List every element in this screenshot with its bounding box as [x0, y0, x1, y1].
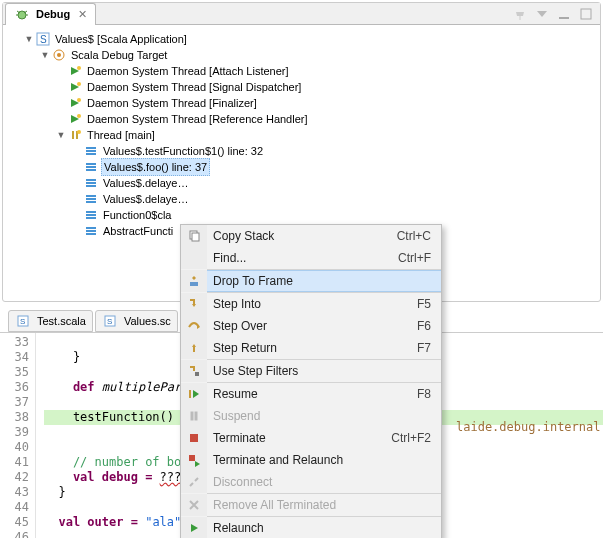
disconnect-icon: [181, 471, 207, 493]
stackframe-icon: [83, 143, 99, 159]
menu-item-copy-stack[interactable]: Copy Stack Ctrl+C: [181, 225, 441, 247]
svg-rect-35: [86, 230, 96, 232]
svg-rect-30: [86, 201, 96, 203]
code-line: // number of bot: [44, 455, 189, 469]
menu-item-terminate-relaunch[interactable]: Terminate and Relaunch: [181, 449, 441, 471]
svg-rect-49: [189, 455, 195, 461]
tree-item-thread[interactable]: ▼ Daemon System Thread [Attach Listener]: [7, 63, 596, 79]
thread-running-icon: [67, 79, 83, 95]
tree-item-application[interactable]: ▼ S Values$ [Scala Application]: [7, 31, 596, 47]
thread-running-icon: [67, 95, 83, 111]
svg-rect-33: [86, 217, 96, 219]
twisty-icon[interactable]: ▼: [23, 31, 35, 47]
twisty-icon: ▼: [55, 63, 67, 79]
svg-text:S: S: [20, 317, 25, 326]
tree-item-thread[interactable]: ▼ Daemon System Thread [Reference Handle…: [7, 111, 596, 127]
copy-icon: [181, 225, 207, 247]
svg-rect-31: [86, 211, 96, 213]
line-number: 46: [0, 530, 29, 538]
menu-label: Step Return: [207, 341, 417, 355]
relaunch-icon: [181, 517, 207, 538]
tree-label: Daemon System Thread [Reference Handler]: [85, 111, 310, 127]
pin-icon[interactable]: [512, 6, 528, 22]
thread-running-icon: [67, 63, 83, 79]
context-menu: Copy Stack Ctrl+C Find... Ctrl+F Drop To…: [180, 224, 442, 538]
menu-item-step-return[interactable]: Step Return F7: [181, 337, 441, 359]
svg-rect-29: [86, 198, 96, 200]
svg-rect-21: [86, 153, 96, 155]
twisty-icon: ▼: [71, 207, 83, 223]
gutter: 33 34 35 36 37 38 39 40 41 42 43 44 45 4…: [0, 333, 36, 538]
line-number: 38: [0, 410, 29, 425]
tree-item-stackframe[interactable]: ▼ Values$.delaye…: [7, 191, 596, 207]
close-icon[interactable]: ✕: [78, 8, 87, 21]
line-number: 36: [0, 380, 29, 395]
twisty-icon[interactable]: ▼: [39, 47, 51, 63]
menu-item-remove-all: Remove All Terminated: [181, 494, 441, 516]
svg-point-14: [77, 98, 81, 102]
scala-file-icon: S: [102, 313, 118, 329]
line-number: 37: [0, 395, 29, 410]
menu-item-relaunch[interactable]: Relaunch: [181, 517, 441, 538]
menu-item-drop-to-frame[interactable]: Drop To Frame: [181, 270, 441, 292]
minimize-icon[interactable]: [556, 6, 572, 22]
menu-item-find[interactable]: Find... Ctrl+F: [181, 247, 441, 269]
svg-rect-26: [86, 182, 96, 184]
view-menu-icon[interactable]: [534, 6, 550, 22]
svg-rect-24: [86, 169, 96, 171]
menu-item-resume[interactable]: Resume F8: [181, 383, 441, 405]
editor-tab-values[interactable]: S Values.sc: [95, 310, 178, 332]
svg-rect-25: [86, 179, 96, 181]
svg-rect-32: [86, 214, 96, 216]
svg-point-11: [57, 53, 61, 57]
editor-tab-test[interactable]: S Test.scala: [8, 310, 93, 332]
code-line: def multiplePara: [44, 380, 189, 394]
menu-item-step-into[interactable]: Step Into F5: [181, 293, 441, 315]
tree-label: Daemon System Thread [Finalizer]: [85, 95, 259, 111]
twisty-icon[interactable]: ▼: [55, 127, 67, 143]
line-number: 33: [0, 335, 29, 350]
tree-label: Values$.testFunction$1() line: 32: [101, 143, 265, 159]
svg-point-18: [77, 130, 81, 134]
tree-item-stackframe-selected[interactable]: ▼ Values$.foo() line: 37: [7, 159, 596, 175]
menu-shortcut: F6: [417, 319, 441, 333]
tree-label: Values$.delaye…: [101, 175, 190, 191]
step-into-icon: [181, 293, 207, 315]
line-number: 41: [0, 455, 29, 470]
thread-suspended-icon: [67, 127, 83, 143]
svg-rect-28: [86, 195, 96, 197]
maximize-icon[interactable]: [578, 6, 594, 22]
tree-label: Scala Debug Target: [69, 47, 169, 63]
twisty-icon: ▼: [71, 159, 83, 175]
tree-item-stackframe[interactable]: ▼ Values$.delaye…: [7, 175, 596, 191]
terminate-icon: [181, 427, 207, 449]
twisty-icon: ▼: [71, 143, 83, 159]
stackframe-icon: [83, 191, 99, 207]
svg-rect-47: [195, 412, 197, 420]
svg-point-15: [77, 114, 81, 118]
stackframe-icon: [83, 207, 99, 223]
line-number: 42: [0, 470, 29, 485]
menu-item-step-filters[interactable]: Use Step Filters: [181, 360, 441, 382]
svg-point-12: [77, 66, 81, 70]
tree-item-thread[interactable]: ▼ Daemon System Thread [Finalizer]: [7, 95, 596, 111]
menu-item-disconnect: Disconnect: [181, 471, 441, 493]
tree-item-thread[interactable]: ▼ Daemon System Thread [Signal Dispatche…: [7, 79, 596, 95]
tree-item-stackframe[interactable]: ▼ Values$.testFunction$1() line: 32: [7, 143, 596, 159]
bug-icon: [14, 6, 30, 22]
menu-label: Suspend: [207, 409, 441, 423]
menu-item-step-over[interactable]: Step Over F6: [181, 315, 441, 337]
menu-shortcut: F5: [417, 297, 441, 311]
twisty-icon: ▼: [71, 223, 83, 239]
svg-rect-36: [86, 233, 96, 235]
svg-rect-45: [189, 390, 191, 398]
step-filters-icon: [181, 360, 207, 382]
twisty-icon: ▼: [55, 79, 67, 95]
menu-item-terminate[interactable]: Terminate Ctrl+F2: [181, 427, 441, 449]
suspend-icon: [181, 405, 207, 427]
debug-tab[interactable]: Debug ✕: [5, 3, 96, 25]
twisty-icon: ▼: [55, 111, 67, 127]
tree-item-thread-main[interactable]: ▼ Thread [main]: [7, 127, 596, 143]
tree-item-stackframe[interactable]: ▼ Function0$cla: [7, 207, 596, 223]
tree-item-target[interactable]: ▼ Scala Debug Target: [7, 47, 596, 63]
